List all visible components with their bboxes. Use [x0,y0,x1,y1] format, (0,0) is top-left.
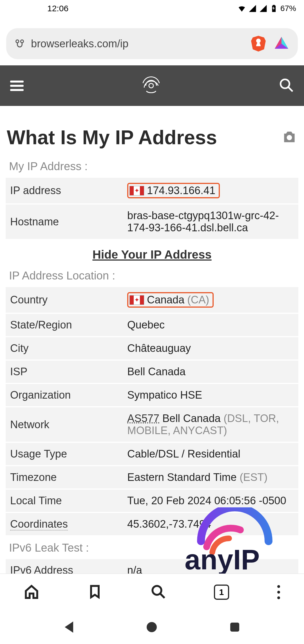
hostname-label: Hostname [6,205,123,239]
ip-table: IP address ✦ 174.93.166.41 Hostname bras… [6,177,298,240]
country-value: ✦ Canada (CA) [123,287,298,313]
table-row: ISP Bell Canada [6,361,298,383]
screenshot-icon[interactable] [281,129,297,146]
svg-point-3 [281,79,290,88]
browser-toolbar: 1 [0,574,304,610]
tabs-button[interactable]: 1 [214,585,229,600]
usage-label: Usage Type [6,443,123,465]
status-bar: 12:06 67% [0,0,304,17]
menu-icon[interactable] [10,81,24,91]
brave-shield-icon[interactable] [249,35,267,53]
usage-value: Cable/DSL / Residential [123,443,298,465]
coordinates-label[interactable]: Coordinates [10,518,68,530]
nav-home-button[interactable] [147,622,157,632]
anyip-ad-icon[interactable]: anyIP [178,507,290,576]
timezone-value: Eastern Standard Time (EST) [123,466,298,488]
fingerprint-logo-icon[interactable] [140,75,162,97]
nav-back-button[interactable] [65,621,73,633]
table-row: City Châteauguay [6,337,298,359]
status-right: 67% [238,4,296,13]
brave-rewards-icon[interactable] [273,35,290,52]
wifi-icon [238,4,246,13]
table-row: Network AS577 Bell Canada (DSL, TOR, MOB… [6,407,298,442]
more-menu-button[interactable] [277,585,280,599]
svg-point-4 [287,135,292,140]
state-value: Quebec [123,314,298,336]
table-row: Usage Type Cable/DSL / Residential [6,443,298,465]
isp-value: Bell Canada [123,361,298,383]
ip-address-label: IP address [6,178,123,203]
canada-flag-icon: ✦ [129,295,144,305]
localtime-label: Local Time [6,490,123,512]
bookmark-button[interactable] [87,584,102,600]
svg-point-2 [149,83,153,88]
svg-text:anyIP: anyIP [185,544,260,575]
svg-point-0 [16,40,19,43]
home-button[interactable] [24,584,39,600]
site-header [0,65,304,106]
search-button[interactable] [151,584,166,600]
battery-icon [270,4,278,13]
network-value: AS577 Bell Canada (DSL, TOR, MOBILE, ANY… [123,407,298,442]
search-icon[interactable] [279,77,294,94]
location-section-heading: IP Address Location : [9,269,298,282]
state-label: State/Region [6,314,123,336]
isp-label: ISP [6,361,123,383]
timezone-label: Timezone [6,466,123,488]
as-link[interactable]: AS577 [127,412,159,424]
table-row: Timezone Eastern Standard Time (EST) [6,466,298,488]
status-time: 12:06 [47,4,68,13]
nav-recent-button[interactable] [230,623,239,632]
battery-percent: 67% [280,4,296,13]
org-value: Sympatico HSE [123,384,298,406]
ip-address-value: ✦ 174.93.166.41 [123,178,298,203]
system-nav-bar [0,610,304,644]
table-row: Country ✦ Canada (CA) [6,287,298,313]
svg-point-1 [21,40,23,43]
city-value: Châteauguay [123,337,298,359]
url-bar[interactable]: browserleaks.com/ip [6,28,298,59]
hide-ip-link[interactable]: Hide Your IP Address [6,248,298,261]
url-text: browserleaks.com/ip [31,38,244,50]
table-row: Organization Sympatico HSE [6,384,298,406]
table-row: Hostname bras-base-ctgypq1301w-grc-42-17… [6,205,298,239]
signal-icon-2 [259,4,267,13]
svg-point-6 [153,586,162,595]
table-row: State/Region Quebec [6,314,298,336]
ip-section-heading: My IP Address : [9,160,298,173]
city-label: City [6,337,123,359]
network-label: Network [6,407,123,442]
country-label: Country [6,287,123,313]
org-label: Organization [6,384,123,406]
hostname-value: bras-base-ctgypq1301w-grc-42-174-93-166-… [123,205,298,239]
site-info-icon[interactable] [14,38,25,49]
signal-icon [248,4,257,13]
table-row: IP address ✦ 174.93.166.41 [6,178,298,203]
canada-flag-icon: ✦ [129,186,144,196]
location-table: Country ✦ Canada (CA) State/Region Quebe… [6,286,298,536]
page-title: What Is My IP Address [7,126,217,149]
